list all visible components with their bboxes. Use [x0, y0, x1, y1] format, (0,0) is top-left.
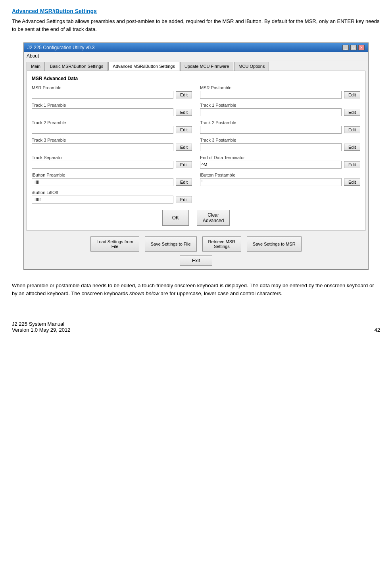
label-msr-postamble: MSR Postamble — [200, 85, 360, 90]
label-track3-preamble: Track 3 Preamble — [32, 138, 192, 142]
edit-msr-preamble-button[interactable]: Edit — [176, 91, 192, 98]
label-track1-postamble: Track 1 Postamble — [200, 103, 360, 108]
tab-mcu-options[interactable]: MCU Options — [234, 62, 269, 71]
window-title: J2 225 Configuration Utility v0.3 — [27, 45, 94, 50]
edit-track3-preamble-button[interactable]: Edit — [176, 144, 192, 151]
label-ibutton-liftoff: iButton LiftOff — [32, 190, 192, 195]
field-group-track1-preamble: Track 1 Preamble Edit — [32, 103, 192, 116]
window-controls: _ □ ✕ — [342, 45, 365, 50]
input-track-separator[interactable] — [32, 161, 173, 169]
input-ibutton-liftoff[interactable] — [32, 196, 173, 204]
ok-button[interactable]: OK — [162, 210, 189, 226]
edit-track1-preamble-button[interactable]: Edit — [176, 109, 192, 116]
edit-ibutton-preamble-button[interactable]: Edit — [176, 179, 192, 186]
fields-grid: MSR Preamble Edit MSR Postamble Edit Tra… — [32, 85, 360, 204]
field-group-msr-preamble: MSR Preamble Edit — [32, 85, 192, 99]
page-footer: J2 225 System Manual Version 1.0 May 29,… — [12, 321, 380, 333]
window-titlebar: J2 225 Configuration Utility v0.3 _ □ ✕ — [24, 43, 368, 52]
edit-msr-postamble-button[interactable]: Edit — [344, 91, 360, 98]
exit-button[interactable]: Exit — [180, 256, 212, 266]
retrieve-msr-button[interactable]: Retrieve MSRSettings — [202, 236, 241, 252]
field-group-end-data-terminator: End of Data Terminator Edit — [200, 155, 360, 169]
outro-italic: shown below — [129, 290, 159, 296]
field-group-ibutton-postamble: iButton Postamble Edit — [200, 173, 360, 186]
input-track1-preamble[interactable] — [32, 108, 173, 116]
section-label: MSR Advanced Data — [32, 76, 360, 81]
field-group-track2-preamble: Track 2 Preamble Edit — [32, 120, 192, 134]
menu-item-about[interactable]: About — [27, 53, 39, 59]
edit-track2-postamble-button[interactable]: Edit — [344, 126, 360, 133]
tab-advanced-msr[interactable]: Advanced MSR/iButton Settings — [108, 62, 179, 71]
save-settings-button[interactable]: Save Settings to File — [145, 236, 197, 252]
field-group-ibutton-preamble: iButton Preamble Edit — [32, 173, 192, 186]
exit-row: Exit — [24, 254, 368, 269]
field-group-track1-postamble: Track 1 Postamble Edit — [200, 103, 360, 116]
tab-main[interactable]: Main — [27, 62, 45, 71]
intro-text: The Advanced Settings tab allows preambl… — [12, 17, 380, 33]
footer-left: J2 225 System Manual Version 1.0 May 29,… — [12, 321, 70, 333]
label-msr-preamble: MSR Preamble — [32, 85, 192, 90]
edit-track3-postamble-button[interactable]: Edit — [344, 144, 360, 151]
edit-track2-preamble-button[interactable]: Edit — [176, 126, 192, 133]
menu-bar: About — [24, 52, 368, 60]
input-track3-postamble[interactable] — [200, 143, 342, 151]
edit-end-data-terminator-button[interactable]: Edit — [344, 161, 360, 168]
footer-manual-title: J2 225 System Manual — [12, 321, 70, 327]
app-window: J2 225 Configuration Utility v0.3 _ □ ✕ … — [23, 42, 369, 270]
page-title: Advanced MSR/iButton Settings — [12, 8, 380, 14]
edit-ibutton-liftoff-button[interactable]: Edit — [176, 196, 192, 203]
clear-advanced-button[interactable]: ClearAdvanced — [197, 210, 230, 226]
input-track3-preamble[interactable] — [32, 143, 173, 151]
outro-text: When preamble or postamble data needs to… — [12, 282, 380, 297]
tabs-row: Main Basic MSR/iButton Settings Advanced… — [24, 60, 368, 71]
label-track1-preamble: Track 1 Preamble — [32, 103, 192, 108]
label-track-separator: Track Separator — [32, 155, 192, 160]
label-ibutton-preamble: iButton Preamble — [32, 173, 192, 177]
input-end-data-terminator[interactable] — [200, 161, 342, 169]
load-settings-button[interactable]: Load Settings fromFile — [90, 236, 139, 252]
field-group-track-separator: Track Separator Edit — [32, 155, 192, 169]
edit-track-separator-button[interactable]: Edit — [176, 161, 192, 168]
footer-buttons-row: Load Settings fromFile Save Settings to … — [24, 233, 368, 254]
footer-version: Version 1.0 May 29, 2012 — [12, 327, 70, 333]
close-button[interactable]: ✕ — [358, 45, 365, 50]
input-ibutton-preamble[interactable] — [32, 178, 173, 186]
tab-basic-msr[interactable]: Basic MSR/iButton Settings — [46, 62, 108, 71]
input-msr-postamble[interactable] — [200, 91, 342, 99]
tab-content-advanced: MSR Advanced Data MSR Preamble Edit MSR … — [27, 71, 365, 231]
footer-page-number: 42 — [375, 327, 380, 333]
grid-spacer — [200, 190, 360, 204]
label-track3-postamble: Track 3 Postamble — [200, 138, 360, 142]
bottom-buttons: OK ClearAdvanced — [32, 210, 360, 226]
field-group-track2-postamble: Track 2 Postamble Edit — [200, 120, 360, 134]
save-to-msr-button[interactable]: Save Settings to MSR — [247, 236, 302, 252]
input-track1-postamble[interactable] — [200, 108, 342, 116]
input-track2-postamble[interactable] — [200, 126, 342, 134]
input-track2-preamble[interactable] — [32, 126, 173, 134]
minimize-button[interactable]: _ — [342, 45, 349, 50]
field-group-track3-postamble: Track 3 Postamble Edit — [200, 138, 360, 151]
label-track2-preamble: Track 2 Preamble — [32, 120, 192, 125]
field-group-ibutton-liftoff: iButton LiftOff Edit — [32, 190, 192, 204]
restore-button[interactable]: □ — [350, 45, 357, 50]
label-ibutton-postamble: iButton Postamble — [200, 173, 360, 177]
tab-update-firmware[interactable]: Update MCU Firmware — [180, 62, 233, 71]
field-group-msr-postamble: MSR Postamble Edit — [200, 85, 360, 99]
input-msr-preamble[interactable] — [32, 91, 173, 99]
edit-ibutton-postamble-button[interactable]: Edit — [344, 179, 360, 186]
edit-track1-postamble-button[interactable]: Edit — [344, 109, 360, 116]
label-track2-postamble: Track 2 Postamble — [200, 120, 360, 125]
field-group-track3-preamble: Track 3 Preamble Edit — [32, 138, 192, 151]
label-end-data-terminator: End of Data Terminator — [200, 155, 360, 160]
input-ibutton-postamble[interactable] — [200, 178, 342, 186]
